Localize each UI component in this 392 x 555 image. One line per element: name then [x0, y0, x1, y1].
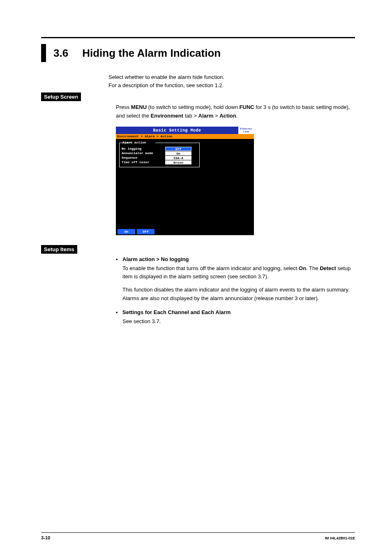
top-rule: [41, 37, 355, 38]
page-number: 3-10: [41, 535, 50, 540]
item-body: To enable the function that turns off th…: [122, 264, 351, 303]
action-tab: Action: [219, 113, 236, 119]
device-screenshot: Basic Setting Mode Ethernet Link Environ…: [116, 127, 254, 235]
alarm-tab: Alarm: [198, 113, 214, 119]
alarm-action-fieldset: No logging Off Annunciator mode On Seque…: [119, 143, 200, 167]
bullet-icon: •: [116, 255, 122, 264]
device-body: Alarm action No logging Off Annunciator …: [116, 139, 254, 228]
text: To enable the function that turns off th…: [122, 265, 299, 271]
row-value[interactable]: Green: [165, 160, 191, 164]
row-value-selected[interactable]: Off: [165, 147, 191, 151]
intro-line-2: For a description of the function, see s…: [108, 81, 351, 90]
badge-line: Ethernet: [240, 127, 252, 130]
device-title: Basic Setting Mode: [116, 127, 238, 134]
section-heading: 3.6 Hiding the Alarm Indication: [41, 44, 355, 62]
setting-row-no-logging[interactable]: No logging Off: [122, 146, 198, 151]
heading-number: 3.6: [53, 47, 68, 60]
softkey-on[interactable]: On: [118, 229, 136, 234]
func-key: FUNC: [240, 104, 254, 110]
softkey-off[interactable]: Off: [137, 229, 155, 234]
text: tab >: [183, 113, 198, 119]
row-label: Time off color: [122, 160, 165, 164]
text: Press: [116, 104, 131, 110]
detect-item: Detect: [320, 265, 336, 271]
device-softkeys: On Off: [116, 228, 254, 235]
row-value[interactable]: On: [165, 151, 191, 155]
intro-line-1: Select whether to enable the alarm hide …: [108, 73, 351, 81]
item-paragraph: See section 3.7.: [122, 317, 351, 326]
ethernet-link-badge: Ethernet Link: [238, 127, 254, 134]
row-label: Sequence: [122, 156, 165, 160]
item-body: See section 3.7.: [122, 317, 351, 326]
heading-bar-icon: [41, 44, 46, 62]
document-id: IM 04L42B01-01E: [325, 536, 355, 540]
setting-row-sequence[interactable]: Sequence ISA-A: [122, 155, 198, 160]
item-heading: Settings for Each Channel and Each Alarm: [122, 308, 231, 317]
device-breadcrumb: Environment > Alarm > Action: [116, 134, 254, 139]
item-heading: Alarm action > No logging: [122, 255, 189, 264]
text: >: [213, 113, 219, 119]
text: (to switch to setting mode), hold down: [147, 104, 239, 110]
bullet-icon: •: [116, 308, 122, 317]
setup-instruction: Press MENU (to switch to setting mode), …: [116, 103, 351, 120]
row-label: No logging: [122, 147, 165, 150]
env-tab: Environment: [151, 113, 183, 119]
setting-row-annunciator[interactable]: Annunciator mode On: [122, 151, 198, 155]
label-setup-screen: Setup Screen: [41, 92, 81, 101]
item-paragraph: This function disables the alarm indicat…: [122, 286, 351, 302]
text: .: [236, 113, 238, 119]
device-titlebar: Basic Setting Mode Ethernet Link: [116, 127, 254, 134]
label-setup-items: Setup Items: [41, 245, 77, 254]
setting-row-time-off-color[interactable]: Time off color Green: [122, 160, 198, 164]
heading-title: Hiding the Alarm Indication: [82, 47, 221, 60]
setup-items-content: • Alarm action > No logging To enable th…: [116, 255, 351, 331]
intro-text: Select whether to enable the alarm hide …: [108, 73, 351, 89]
page: 3.6 Hiding the Alarm Indication Select w…: [0, 0, 392, 555]
row-value[interactable]: ISA-A: [165, 156, 191, 160]
on-value: On: [299, 265, 306, 271]
row-label: Annunciator mode: [122, 151, 165, 155]
footer-rule: [41, 532, 355, 533]
text: . The: [306, 265, 320, 271]
menu-key: MENU: [131, 104, 147, 110]
badge-line: Link: [243, 130, 249, 133]
